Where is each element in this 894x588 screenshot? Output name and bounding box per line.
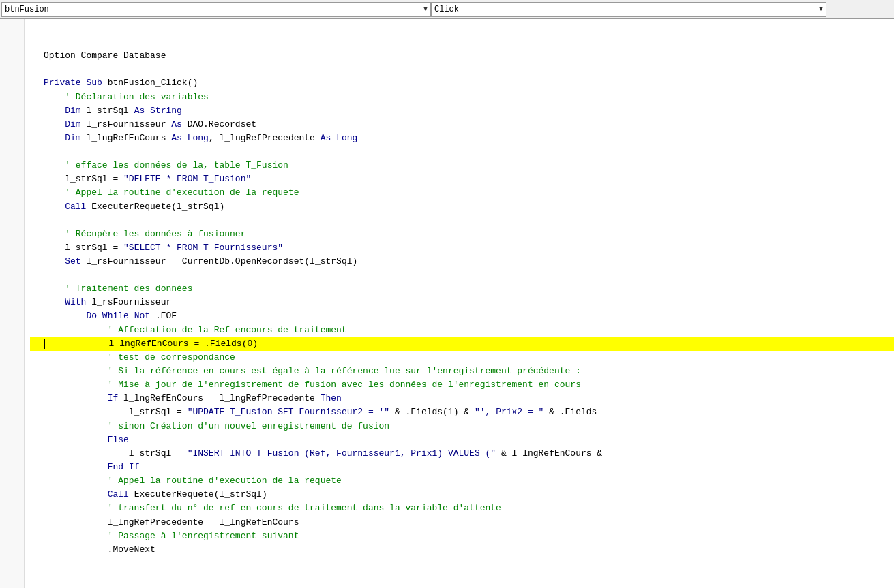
- code-line: l_strSql = "DELETE * FROM T_Fusion": [30, 172, 894, 186]
- code-text: l_strSql = "INSERT INTO T_Fusion (Ref, F…: [44, 447, 602, 461]
- code-line: Call ExecuterRequete(l_strSql): [30, 200, 894, 214]
- code-line: ' efface les données de la, table T_Fusi…: [30, 159, 894, 172]
- code-text: .MoveNext: [44, 543, 155, 557]
- code-line: Option Compare Database: [30, 49, 894, 63]
- code-line: ' test de correspondance: [30, 351, 894, 365]
- code-text: Dim l_strSql As String: [44, 104, 182, 118]
- code-line: Set l_rsFournisseur = CurrentDb.OpenReco…: [30, 255, 894, 268]
- code-text: ' Si la référence en cours est égale à l…: [44, 365, 581, 378]
- code-text: l_strSql = "DELETE * FROM T_Fusion": [44, 172, 251, 186]
- code-text: If l_lngRefEnCours = l_lngRefPrecedente …: [44, 392, 342, 405]
- code-line: [30, 145, 894, 159]
- code-line: ' Si la référence en cours est égale à l…: [30, 365, 894, 378]
- code-line: Else: [30, 433, 894, 447]
- code-text: ' Passage à l'enregistrement suivant: [44, 529, 299, 543]
- code-text: Call ExecuterRequete(l_strSql): [44, 200, 224, 214]
- code-text: ' Traitement des données: [44, 282, 192, 296]
- code-text: l_strSql = "SELECT * FROM T_Fournisseurs…: [44, 241, 283, 255]
- code-text: l_lngRefEnCours = .Fields(0): [45, 337, 258, 351]
- code-text: l_strSql = "UPDATE T_Fusion SET Fourniss…: [44, 405, 597, 419]
- object-dropdown-label: btnFusion: [5, 5, 421, 14]
- code-line: [30, 268, 894, 282]
- code-line: ' Traitement des données: [30, 282, 894, 296]
- event-dropdown[interactable]: Click ▼: [431, 2, 826, 17]
- code-line: Dim l_lngRefEnCours As Long, l_lngRefPre…: [30, 131, 894, 145]
- code-text: ' transfert du n° de ref en cours de tra…: [44, 501, 501, 515]
- object-dropdown-arrow[interactable]: ▼: [423, 5, 428, 13]
- code-text: ' Déclaration des variables: [44, 91, 209, 104]
- code-line: l_strSql = "UPDATE T_Fusion SET Fourniss…: [30, 405, 894, 419]
- code-line: Dim l_rsFournisseur As DAO.Recordset: [30, 118, 894, 131]
- code-text: ' efface les données de la, table T_Fusi…: [44, 159, 288, 172]
- code-text: ' test de correspondance: [44, 351, 235, 365]
- event-dropdown-label: Click: [434, 5, 816, 14]
- code-line: ' Affectation de la Ref encours de trait…: [30, 324, 894, 337]
- code-line: ' transfert du n° de ref en cours de tra…: [30, 501, 894, 515]
- code-text: Private Sub btnFusion_Click(): [44, 76, 198, 90]
- code-text: ' Appel la routine d'execution de la req…: [44, 474, 342, 488]
- code-line: ' sinon Création d'un nouvel enregistrem…: [30, 420, 894, 433]
- code-text: ' Récupère les données à fusionner: [44, 228, 245, 241]
- code-text: ' Appel la routine d'execution de la req…: [44, 186, 299, 200]
- event-dropdown-arrow[interactable]: ▼: [819, 5, 823, 13]
- code-line: ⇒ l_lngRefEnCours = .Fields(0): [30, 337, 894, 351]
- code-line: [30, 63, 894, 76]
- code-line: Call ExecuterRequete(l_strSql): [30, 488, 894, 501]
- code-line: ' Appel la routine d'execution de la req…: [30, 474, 894, 488]
- code-line: Dim l_strSql As String: [30, 104, 894, 118]
- code-line: l_lngRefPrecedente = l_lngRefEnCours: [30, 516, 894, 529]
- code-line: ' Appel la routine d'execution de la req…: [30, 186, 894, 200]
- code-line: l_strSql = "SELECT * FROM T_Fournisseurs…: [30, 241, 894, 255]
- code-line: Do While Not .EOF: [30, 309, 894, 323]
- code-text: ' Affectation de la Ref encours de trait…: [44, 324, 347, 337]
- object-dropdown[interactable]: btnFusion ▼: [1, 2, 431, 17]
- code-line: Private Sub btnFusion_Click(): [30, 76, 894, 90]
- code-area: Option Compare DatabasePrivate Sub btnFu…: [0, 19, 894, 588]
- code-editor[interactable]: Option Compare DatabasePrivate Sub btnFu…: [25, 19, 894, 588]
- code-line: [30, 214, 894, 228]
- code-text: ' Mise à jour de l'enregistrement de fus…: [44, 378, 581, 392]
- line-gutter: [0, 19, 25, 588]
- code-line: ' Récupère les données à fusionner: [30, 228, 894, 241]
- code-line: .MoveNext: [30, 543, 894, 557]
- code-line: l_strSql = "INSERT INTO T_Fusion (Ref, F…: [30, 447, 894, 461]
- code-text: ' sinon Création d'un nouvel enregistrem…: [44, 420, 389, 433]
- code-text: Else: [44, 433, 129, 447]
- code-text: Dim l_lngRefEnCours As Long, l_lngRefPre…: [44, 131, 357, 145]
- code-text: Dim l_rsFournisseur As DAO.Recordset: [44, 118, 256, 131]
- editor-window: btnFusion ▼ Click ▼ Option Compare Datab…: [0, 0, 894, 588]
- toolbar: btnFusion ▼ Click ▼: [0, 0, 894, 19]
- code-text: l_lngRefPrecedente = l_lngRefEnCours: [44, 516, 299, 529]
- code-text: Set l_rsFournisseur = CurrentDb.OpenReco…: [44, 255, 357, 268]
- code-line: ' Mise à jour de l'enregistrement de fus…: [30, 378, 894, 392]
- code-text: Call ExecuterRequete(l_strSql): [44, 488, 267, 501]
- code-line: If l_lngRefEnCours = l_lngRefPrecedente …: [30, 392, 894, 405]
- code-line: ' Passage à l'enregistrement suivant: [30, 529, 894, 543]
- code-text: With l_rsFournisseur: [44, 296, 171, 309]
- code-text: Do While Not .EOF: [44, 309, 177, 323]
- code-text: End If: [44, 461, 139, 474]
- code-line: ' Déclaration des variables: [30, 91, 894, 104]
- code-line: With l_rsFournisseur: [30, 296, 894, 309]
- code-line: End If: [30, 461, 894, 474]
- code-text: Option Compare Database: [44, 49, 166, 63]
